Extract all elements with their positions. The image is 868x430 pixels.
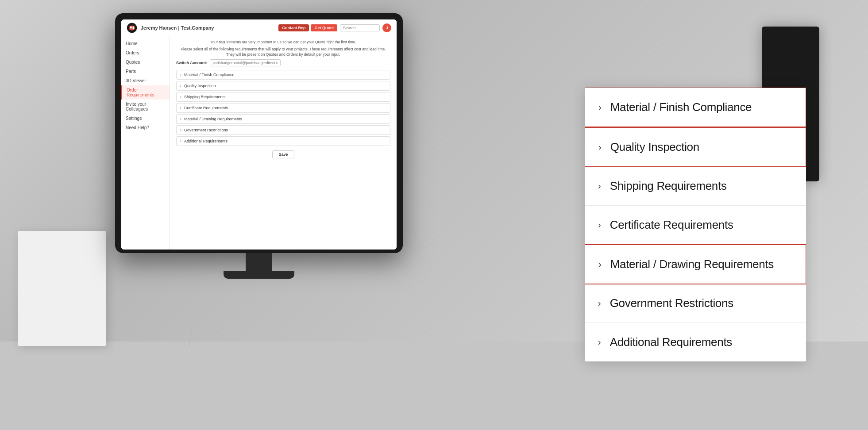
contact-rep-button[interactable]: Contact Rep [278,24,309,31]
app-body: Home Orders Quotes Parts 3D Viewer Order… [121,36,397,250]
chevron-icon-1: › [180,73,181,77]
large-accordion-item-2[interactable]: › Quality Inspection [585,127,806,167]
accordion-label-2: Quality Inspection [184,84,216,88]
chevron-icon-2: › [180,84,181,88]
accordion-label-4: Certificate Requirements [184,106,228,110]
sidebar-item-parts[interactable]: Parts [121,67,170,76]
sidebar-item-quotes[interactable]: Quotes [121,58,170,67]
large-accordion-item-7[interactable]: › Additional Requirements [585,323,806,361]
accordion-label-6: Government Restrictions [184,128,228,132]
svg-rect-2 [133,26,135,29]
large-item-label-2: Quality Inspection [610,140,699,154]
large-chevron-icon-4: › [598,220,601,230]
notice-line1: Your requirements are very important to … [176,40,390,45]
large-item-label-7: Additional Requirements [610,335,732,349]
large-chevron-icon-6: › [598,298,601,308]
sidebar-item-invite[interactable]: Invite your Colleagues [121,100,170,114]
save-button[interactable]: Save [272,150,295,158]
monitor-stand-neck [246,253,272,271]
large-chevron-icon-3: › [598,181,601,191]
large-accordion-item-3[interactable]: › Shipping Requirements [585,167,806,206]
sidebar-item-3d-viewer[interactable]: 3D Viewer [121,76,170,85]
monitor-shell: Jeremy Hansen | Test.Company Contact Rep… [115,13,403,253]
sidebar: Home Orders Quotes Parts 3D Viewer Order… [121,36,170,250]
main-content: Your requirements are very important to … [170,36,397,250]
large-accordion-item-4[interactable]: › Certificate Requirements [585,206,806,245]
chevron-icon-7: › [180,139,181,143]
monitor: Jeremy Hansen | Test.Company Contact Rep… [115,13,403,279]
chevron-icon-3: › [180,95,181,99]
large-item-label-6: Government Restrictions [610,296,733,310]
accordion-label-5: Material / Drawing Requirements [184,117,242,121]
accordion-label-7: Additional Requirements [184,139,228,143]
accordion-label-1: Material / Finish Compliance [184,73,235,77]
app-user-title: Jeremy Hansen | Test.Company [141,25,277,31]
sidebar-item-settings[interactable]: Settings [121,114,170,123]
monitor-screen: Jeremy Hansen | Test.Company Contact Rep… [121,19,397,250]
app-header: Jeremy Hansen | Test.Company Contact Rep… [121,19,397,36]
large-accordion-item-5[interactable]: › Material / Drawing Requirements [585,244,806,284]
sidebar-item-orders[interactable]: Orders [121,48,170,58]
notice-line2: Please select all of the following requi… [176,47,390,58]
search-input[interactable] [340,24,380,31]
accordion-item-5[interactable]: › Material / Drawing Requirements [176,114,390,124]
svg-point-1 [130,26,132,28]
avatar: J [382,23,391,32]
chevron-icon-6: › [180,128,181,132]
chevron-icon-5: › [180,117,181,121]
sidebar-item-help[interactable]: Need Help? [121,123,170,132]
desk-white-box [18,231,106,346]
accordion-label-3: Shipping Requirements [184,95,226,99]
get-quote-button[interactable]: Get Quote [311,24,337,31]
large-item-label-1: Material / Finish Compliance [610,100,752,114]
large-chevron-icon-5: › [598,259,602,269]
large-item-label-3: Shipping Requirements [610,179,727,193]
large-chevron-icon-7: › [598,337,601,347]
accordion-item-7[interactable]: › Additional Requirements [176,136,390,146]
accordion-item-6[interactable]: › Government Restrictions [176,125,390,135]
switch-account-label: Switch Account: [176,61,207,65]
large-panel: › Material / Finish Compliance › Quality… [585,88,806,361]
switch-account-row: Switch Account: [176,59,390,66]
chevron-icon-4: › [180,106,181,110]
sidebar-item-home[interactable]: Home [121,39,170,48]
large-item-label-5: Material / Drawing Requirements [610,257,774,271]
large-chevron-icon-2: › [598,142,602,152]
accordion-item-2[interactable]: › Quality Inspection [176,81,390,91]
sidebar-item-order-requirements[interactable]: Order Requirements [121,85,170,100]
large-accordion-item-6[interactable]: › Government Restrictions [585,284,806,323]
switch-account-input[interactable] [210,59,281,66]
large-item-label-4: Certificate Requirements [610,218,733,232]
large-chevron-icon-1: › [598,102,602,112]
accordion-item-4[interactable]: › Certificate Requirements [176,103,390,113]
app-logo-icon [127,23,137,33]
accordion-item-3[interactable]: › Shipping Requirements [176,92,390,102]
monitor-stand-base [224,271,294,279]
accordion-item-1[interactable]: › Material / Finish Compliance [176,70,390,80]
large-accordion-item-1[interactable]: › Material / Finish Compliance [585,88,806,127]
